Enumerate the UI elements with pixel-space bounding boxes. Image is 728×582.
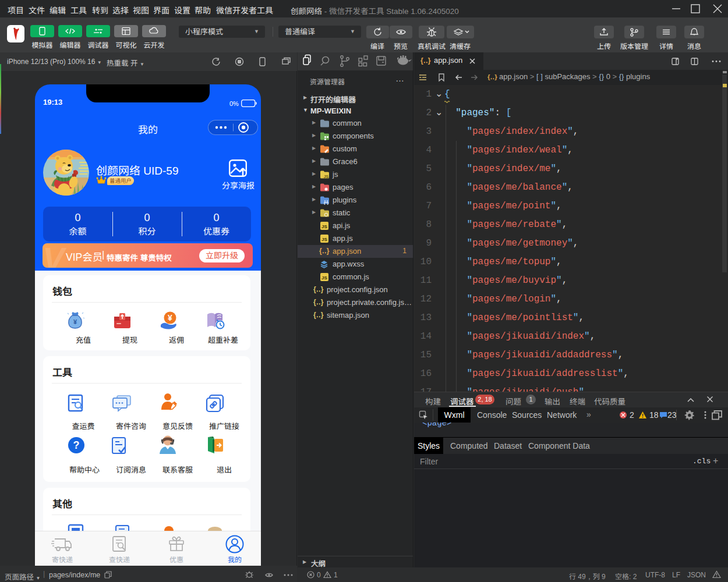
svg-text:JS: JS: [321, 224, 327, 229]
svg-text:JS: JS: [321, 237, 327, 242]
svg-text:JS: JS: [324, 175, 329, 179]
svg-text:¥: ¥: [73, 318, 77, 325]
svg-text:JS: JS: [321, 275, 327, 281]
svg-text:?: ?: [73, 439, 80, 451]
svg-text:¥: ¥: [168, 313, 172, 322]
